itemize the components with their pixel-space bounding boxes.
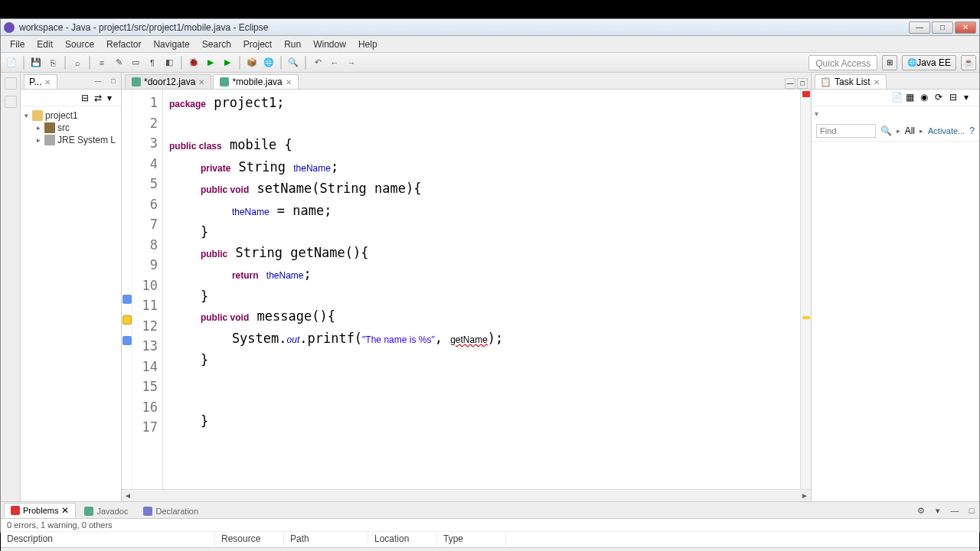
code-editor[interactable]: package project1; public class mobile { …	[163, 90, 800, 489]
menu-search[interactable]: Search	[196, 37, 237, 51]
search-icon[interactable]: 🔍	[286, 55, 301, 70]
eclipse-icon	[4, 22, 15, 33]
java-file-icon	[220, 77, 229, 86]
menu-refactor[interactable]: Refactor	[100, 37, 147, 51]
annotation-icon[interactable]: ◧	[162, 55, 177, 70]
close-icon[interactable]: ✕	[286, 78, 292, 86]
problems-status: 0 errors, 1 warning, 0 others	[1, 519, 979, 531]
toggle-mark-icon[interactable]: ✎	[111, 55, 126, 70]
task-list-view: 📋Task List✕ 📄 ▦ ◉ ⟳ ⊟ ▾ ▾ 🔍 ▸ All ▸ Acti…	[811, 73, 979, 501]
close-icon[interactable]: ✕	[874, 78, 880, 86]
save-icon[interactable]: 💾	[28, 55, 44, 70]
collapse-icon[interactable]: ⊟	[949, 92, 962, 104]
collapse-all-icon[interactable]: ⊟	[81, 93, 92, 103]
new-task-icon[interactable]: 📄	[891, 92, 903, 104]
find-input[interactable]	[816, 124, 876, 138]
link-editor-icon[interactable]: ⇄	[94, 93, 105, 103]
open-type-icon[interactable]: ⌕	[70, 55, 85, 70]
perspective-javaee[interactable]: 🌐 Java EE	[902, 55, 956, 70]
view-menu-icon[interactable]: ▾	[930, 503, 946, 518]
menu-project[interactable]: Project	[237, 37, 278, 51]
task-list-tab[interactable]: 📋Task List✕	[815, 74, 887, 89]
activate-link[interactable]: Activate...	[928, 126, 965, 135]
menu-source[interactable]: Source	[59, 37, 100, 51]
maximize-view-icon[interactable]: □	[106, 73, 121, 89]
overview-ruler[interactable]	[800, 90, 811, 489]
help-icon[interactable]: ?	[969, 126, 975, 136]
close-button[interactable]: ✕	[955, 21, 976, 34]
menu-navigate[interactable]: Navigate	[147, 37, 195, 51]
last-edit-icon[interactable]: ↶	[310, 55, 325, 70]
bottom-tab-problems[interactable]: Problems ✕	[4, 503, 76, 518]
categorize-icon[interactable]: ▦	[906, 92, 918, 104]
run-last-icon[interactable]: ▶	[220, 55, 235, 70]
trim-icon[interactable]	[5, 77, 17, 90]
package-explorer-tab[interactable]: P...✕	[24, 74, 57, 89]
warning-indicator-icon	[802, 316, 810, 319]
debug-icon[interactable]: 🐞	[186, 55, 201, 70]
package-tree[interactable]: ▾project1 ▸src ▸JRE System L	[21, 106, 121, 149]
column-header[interactable]: Path	[284, 532, 368, 546]
forward-icon[interactable]: →	[344, 55, 359, 70]
menubar: FileEditSourceRefactorNavigateSearchProj…	[1, 36, 979, 53]
close-icon[interactable]: ✕	[44, 78, 51, 86]
bottom-tab-declaration[interactable]: Declaration	[136, 504, 205, 518]
filters-icon[interactable]: ⚙	[913, 503, 929, 518]
line-numbers: 1234567891011121314151617	[132, 90, 163, 489]
bottom-panel: Problems ✕JavadocDeclaration ⚙ ▾ — □ 0 e…	[1, 501, 979, 547]
editor-area: *door12.java✕*mobile.java✕ — □ 123456789…	[122, 73, 811, 501]
bottom-tab-javadoc[interactable]: Javadoc	[77, 504, 135, 518]
quick-access-input[interactable]: Quick Access	[808, 55, 877, 70]
tab-icon	[11, 506, 20, 515]
menu-file[interactable]: File	[4, 37, 31, 51]
column-header[interactable]: Resource	[215, 532, 284, 546]
trim-icon[interactable]	[5, 96, 17, 108]
problems-columns: DescriptionResourcePathLocationType	[1, 531, 979, 546]
warning-marker-icon	[122, 315, 132, 324]
close-icon[interactable]: ✕	[61, 505, 69, 516]
view-menu-icon[interactable]: ▾	[107, 93, 118, 103]
method-marker-icon	[122, 336, 132, 345]
search-icon[interactable]: 🔍	[880, 126, 892, 136]
minimize-button[interactable]: —	[909, 21, 930, 34]
editor-tab[interactable]: *mobile.java✕	[213, 74, 298, 89]
column-header[interactable]: Location	[368, 532, 437, 546]
src-folder-icon	[44, 122, 55, 133]
perspective-java[interactable]: ☕	[961, 55, 976, 70]
close-icon[interactable]: ✕	[198, 78, 204, 86]
column-header[interactable]: Type	[437, 532, 506, 546]
minimize-panel-icon[interactable]: —	[947, 503, 962, 518]
toggle-breadcrumb-icon[interactable]: ≡	[94, 55, 109, 70]
chevron-down-icon[interactable]: ▾	[815, 109, 976, 118]
column-header[interactable]: Description	[1, 532, 215, 546]
save-all-icon[interactable]: ⎘	[45, 55, 60, 70]
minimize-view-icon[interactable]: —	[90, 73, 106, 89]
new-class-icon[interactable]: 🌐	[261, 55, 276, 70]
back-icon[interactable]: ←	[327, 55, 342, 70]
new-icon[interactable]: 📄	[4, 55, 19, 70]
synchronize-icon[interactable]: ⟳	[935, 92, 947, 104]
minimize-editor-icon[interactable]: —	[785, 78, 795, 89]
maximize-editor-icon[interactable]: □	[797, 78, 808, 89]
show-whitespace-icon[interactable]: ¶	[145, 55, 160, 70]
menu-edit[interactable]: Edit	[31, 37, 59, 51]
maximize-button[interactable]: □	[932, 21, 953, 34]
marker-bar[interactable]	[122, 90, 132, 489]
maximize-panel-icon[interactable]: □	[964, 503, 979, 518]
package-explorer-view: P...✕ — □ ⊟ ⇄ ▾ ▾project1 ▸src ▸JRE Syst…	[21, 73, 122, 501]
window-title: workspace - Java - project1/src/project1…	[19, 22, 909, 33]
focus-icon[interactable]: ◉	[920, 92, 933, 104]
horizontal-scrollbar[interactable]: ◄►	[122, 489, 811, 501]
run-icon[interactable]: ▶	[203, 55, 218, 70]
titlebar: workspace - Java - project1/src/project1…	[1, 19, 979, 36]
view-menu-icon[interactable]: ▾	[964, 92, 976, 104]
menu-help[interactable]: Help	[352, 37, 384, 51]
menu-run[interactable]: Run	[278, 37, 307, 51]
open-perspective-icon[interactable]: ⊞	[882, 55, 897, 70]
toggle-block-icon[interactable]: ▭	[128, 55, 143, 70]
error-indicator-icon	[802, 91, 810, 97]
menu-window[interactable]: Window	[307, 37, 352, 51]
all-filter[interactable]: All	[905, 126, 915, 136]
new-package-icon[interactable]: 📦	[244, 55, 260, 70]
editor-tab[interactable]: *door12.java✕	[125, 74, 211, 89]
